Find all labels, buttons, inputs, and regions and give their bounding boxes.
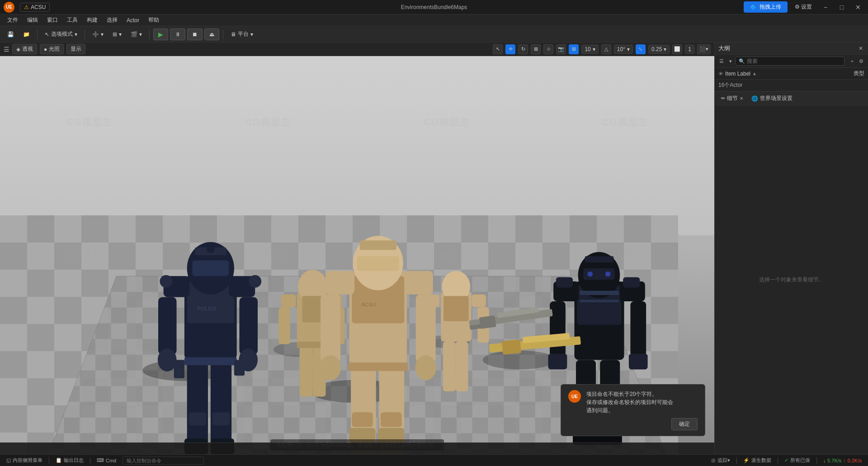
world-settings-tab[interactable]: 🌐 世界场景设置 — [749, 94, 795, 103]
outline-filter-btn[interactable]: ☰ — [717, 57, 726, 65]
content-browser-icon: ◱ — [6, 457, 11, 463]
viewport-count-btn[interactable]: 1 — [685, 45, 694, 54]
status-sep-5 — [816, 457, 817, 464]
angle-dropdown: ▾ — [627, 46, 630, 52]
grid-icon-btn[interactable]: ⊞ — [569, 44, 579, 54]
create-button[interactable]: ➕ ▾ — [89, 29, 107, 40]
rotate-tool-btn[interactable]: ↻ — [518, 44, 528, 54]
snap-button[interactable]: ⊞ ▾ — [109, 29, 125, 40]
menu-select[interactable]: 选择 — [103, 15, 121, 25]
pause-button[interactable]: ⏸ — [170, 29, 185, 40]
svg-rect-61 — [381, 412, 401, 427]
outline-header-buttons: ✕ — [857, 45, 864, 52]
warning-icon: ⚠ — [24, 4, 29, 10]
menu-file[interactable]: 文件 — [4, 15, 22, 25]
snap-icon: ⊞ — [113, 31, 117, 38]
pencil-icon: ✏ — [721, 95, 725, 101]
details-tab-close[interactable]: ✕ — [740, 96, 743, 101]
menu-tools[interactable]: 工具 — [63, 15, 81, 25]
close-button[interactable]: ✕ — [852, 3, 864, 12]
svg-rect-27 — [212, 412, 230, 425]
viewport-bottom-bar: 未检测到激活的关卡序列编辑器。请编辑关卡序列以启用完整控制。 — [0, 442, 714, 454]
camera-btn[interactable]: 📷 — [556, 44, 566, 54]
content-browser-button[interactable]: ◱ 内容侧滑菜单 — [4, 456, 45, 465]
output-log-icon: 📋 — [56, 457, 62, 463]
stop-icon: ⏹ — [192, 31, 198, 38]
save-button[interactable]: 💾 — [4, 29, 18, 40]
dropdown-icon-3: ▾ — [139, 31, 142, 38]
outline-columns-header: 👁 Item Label ▲ 类型 — [715, 68, 868, 80]
menu-build[interactable]: 构建 — [83, 15, 101, 25]
scale-tool-btn[interactable]: ⊠ — [531, 44, 541, 54]
move-tool-btn[interactable]: ✛ — [505, 44, 515, 54]
tracking-button[interactable]: ◎ 追踪▾ — [708, 456, 733, 465]
outline-settings2-btn[interactable]: ⚙ — [857, 57, 865, 65]
outline-search-input[interactable] — [747, 58, 841, 64]
cinematic-button[interactable]: 🎬 ▾ — [127, 29, 146, 40]
viewport-area: ☰ ◈ 透视 ● 光照 显示 ↖ ✛ ↻ ⊠ ⊹ 📷 ⊞ 10 — [0, 43, 714, 454]
svg-rect-67 — [472, 295, 486, 307]
saved-label: 所有已保 — [790, 457, 810, 464]
lighting-button[interactable]: ● 光照 — [40, 44, 64, 54]
minimize-button[interactable]: − — [819, 3, 832, 12]
confirm-button[interactable]: 确定 — [671, 418, 698, 430]
stop-button[interactable]: ⏹ — [187, 29, 203, 40]
maximize-button[interactable]: □ — [835, 3, 848, 12]
col-type[interactable]: 类型 — [854, 70, 864, 77]
menu-actor[interactable]: Actor — [123, 16, 143, 24]
play-icon: ▶ — [158, 31, 163, 38]
svg-rect-94 — [623, 277, 640, 288]
svg-rect-50 — [321, 295, 340, 363]
select-tool-btn[interactable]: ↖ — [493, 44, 503, 54]
outline-settings-btn[interactable]: ▾ — [727, 57, 734, 65]
eject-icon: ⏏ — [209, 31, 214, 38]
layout-btn[interactable]: ⬛▾ — [697, 44, 711, 54]
console-input[interactable] — [123, 456, 204, 465]
menu-window[interactable]: 窗口 — [43, 15, 61, 25]
selection-mode-button[interactable]: ↖ 选项模式 ▾ — [41, 29, 81, 40]
angle-num-btn[interactable]: 10° ▾ — [614, 45, 633, 54]
source-control-button[interactable]: 📁 — [19, 29, 33, 40]
spawn-label: 派生数据 — [751, 457, 771, 464]
separator-4 — [223, 30, 223, 39]
app-logo: UE — [4, 2, 14, 13]
cinematic-icon: 🎬 — [131, 31, 137, 38]
outline-search-box[interactable]: 🔍 — [736, 57, 844, 66]
viewport-count-icon-btn[interactable]: ⬜ — [672, 44, 682, 54]
selection-mode-label: 选项模式 — [51, 30, 73, 38]
upload-button[interactable]: 🔷 拖拽上传 — [744, 1, 788, 13]
svg-rect-86 — [629, 354, 648, 370]
details-tab[interactable]: ✏ 细节 ✕ — [718, 94, 746, 103]
hamburger-icon[interactable]: ☰ — [4, 46, 9, 53]
col-item-label[interactable]: 👁 Item Label ▲ — [718, 71, 854, 77]
menu-help[interactable]: 帮助 — [145, 15, 163, 25]
perspective-button[interactable]: ◈ 透视 — [12, 44, 37, 54]
spawn-button[interactable]: ⚡ 派生数据 — [741, 456, 774, 465]
platform-button[interactable]: 🖥 平台 ▾ — [227, 29, 257, 40]
lighting-icon: ● — [44, 46, 47, 52]
3d-viewport[interactable]: CG模型主 CG模型主 CG模型主 CG模型主 CG模型主 CG模型主 CG模型… — [0, 56, 714, 454]
svg-rect-56 — [348, 362, 408, 371]
show-button[interactable]: 显示 — [66, 44, 85, 54]
settings-button[interactable]: ⚙ 设置 — [791, 1, 816, 13]
scale-icon-btn[interactable]: ⤡ — [636, 44, 646, 54]
notification-message: 项目命名不能长于20个字符。 保存或修改命名较长的项目时可能会 遇到问题。 — [586, 391, 673, 414]
eject-button[interactable]: ⏏ — [204, 29, 219, 40]
outline-add-btn[interactable]: + — [848, 57, 856, 65]
play-button[interactable]: ▶ — [153, 29, 168, 40]
grid-num-btn[interactable]: 10 ▾ — [581, 45, 598, 54]
status-right: ◎ 追踪▾ ⚡ 派生数据 ✓ 所有已保 ↓ 5.7K/s ↑ 0.2K/s — [708, 456, 864, 465]
world-icon: 🌐 — [751, 95, 758, 102]
scale-num-btn[interactable]: 0.25 ▾ — [648, 45, 670, 54]
project-name: ACSU — [31, 4, 46, 10]
output-log-button[interactable]: 📋 输出日志 — [53, 456, 86, 465]
cmd-button[interactable]: ⌨ Cmd — [94, 456, 119, 464]
viewport-toolbar: ☰ ◈ 透视 ● 光照 显示 ↖ ✛ ↻ ⊠ ⊹ 📷 ⊞ 10 — [0, 43, 714, 56]
menu-edit[interactable]: 编辑 — [24, 15, 42, 25]
angle-icon-btn[interactable]: △ — [601, 44, 611, 54]
cmd-icon: ⌨ — [97, 457, 104, 463]
outline-close-button[interactable]: ✕ — [857, 45, 864, 52]
snap-surface-btn[interactable]: ⊹ — [543, 44, 553, 54]
svg-rect-47 — [357, 256, 399, 271]
notification-popup: UE 项目命名不能长于20个字符。 保存或修改命名较长的项目时可能会 遇到问题。… — [561, 384, 705, 436]
